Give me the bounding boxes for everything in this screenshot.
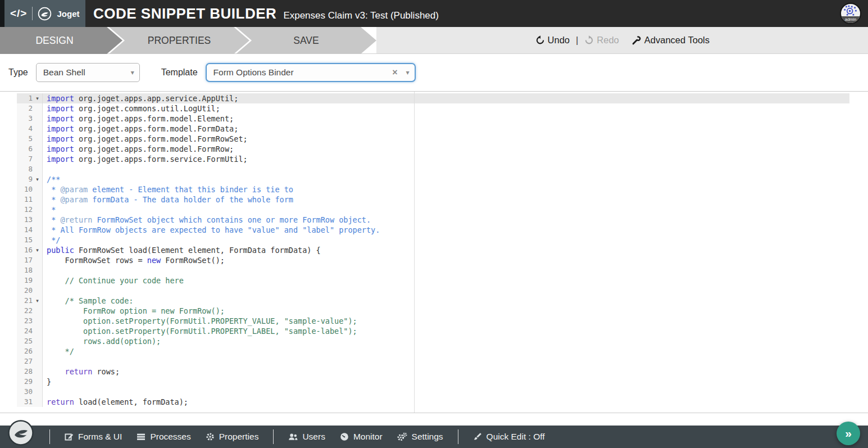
footer-item-quick-edit-off[interactable]: Quick Edit : Off [473, 432, 545, 442]
code-line[interactable]: 8 [17, 164, 849, 174]
code-line[interactable]: 14 * All FormRow objects are expected to… [17, 225, 849, 235]
code-line[interactable]: 10 * @param element - Element that this … [17, 184, 849, 194]
code-lines: 1▾import org.joget.apps.app.service.AppU… [0, 92, 868, 407]
fold-spacer [33, 377, 42, 387]
code-line[interactable]: 23 option.setProperty(FormUtil.PROPERTY_… [17, 316, 849, 326]
advanced-tools-button[interactable]: Advanced Tools [632, 35, 710, 46]
code-line[interactable]: 30 [17, 387, 849, 397]
tab-design[interactable]: DESIGN [0, 27, 122, 54]
type-select[interactable]: Bean Shell ▾ [36, 63, 140, 82]
avatar-label: admin [841, 16, 860, 23]
fold-arrow-icon[interactable]: ▾ [33, 296, 42, 306]
code-line[interactable]: 17 FormRowSet rows = new FormRowSet(); [17, 255, 849, 265]
line-gutter: 12 [17, 205, 43, 215]
code-text: * @param formData - The data holder of t… [43, 194, 849, 205]
properties-icon [206, 432, 215, 441]
code-text: option.setProperty(FormUtil.PROPERTY_LAB… [43, 326, 849, 336]
toolbar-actions: Undo | Redo Advanced Tools [376, 27, 868, 53]
redo-label: Redo [597, 35, 619, 46]
code-text [43, 286, 849, 296]
fold-spacer [33, 316, 42, 326]
avatar[interactable]: admin [840, 3, 861, 24]
code-line[interactable]: 31return load(element, formData); [17, 397, 849, 407]
template-select[interactable]: Form Options Binder × ▾ [206, 63, 416, 82]
line-number: 1 [17, 93, 33, 103]
fold-arrow-icon[interactable]: ▾ [33, 93, 42, 103]
line-number: 16 [17, 245, 33, 255]
code-line[interactable]: 16▾public FormRowSet load(Element elemen… [17, 245, 849, 255]
footer-item-users[interactable]: Users [288, 432, 325, 442]
line-gutter: 6 [17, 144, 43, 154]
code-text: import org.joget.apps.form.model.FormDat… [43, 124, 849, 134]
fold-arrow-icon[interactable]: ▾ [33, 245, 42, 255]
code-editor[interactable]: 1▾import org.joget.apps.app.service.AppU… [0, 91, 868, 413]
footer-item-settings[interactable]: Settings [397, 432, 443, 442]
code-text [43, 387, 849, 397]
code-text [43, 164, 849, 174]
processes-icon [137, 432, 146, 441]
footer-item-monitor[interactable]: Monitor [340, 432, 383, 442]
footer-item-forms-ui[interactable]: Forms & UI [65, 432, 122, 442]
footer-item-properties[interactable]: Properties [206, 432, 259, 442]
code-text: return load(element, formData); [43, 397, 849, 407]
code-line[interactable]: 13 * @return FormRowSet object which con… [17, 215, 849, 225]
line-number: 2 [17, 103, 33, 114]
code-line[interactable]: 4import org.joget.apps.form.model.FormDa… [17, 124, 849, 134]
line-gutter: 23 [17, 316, 43, 326]
tab-properties[interactable]: PROPERTIES [109, 27, 249, 54]
fold-arrow-icon[interactable]: ▾ [33, 174, 42, 184]
brand-name: Joget [57, 9, 79, 19]
code-line[interactable]: 6import org.joget.apps.form.model.FormRo… [17, 144, 849, 154]
quick-edit-icon [473, 432, 482, 441]
footer-item-processes[interactable]: Processes [137, 432, 190, 442]
tab-save[interactable]: SAVE [236, 27, 376, 54]
clear-icon[interactable]: × [392, 67, 397, 78]
line-gutter: 31 [17, 397, 43, 407]
code-line[interactable]: 29} [17, 377, 849, 387]
line-gutter: 10 [17, 184, 43, 194]
code-line[interactable]: 12 * [17, 205, 849, 215]
fold-spacer [33, 225, 42, 235]
code-line[interactable]: 27 [17, 356, 849, 366]
line-number: 26 [17, 346, 33, 356]
code-line[interactable]: 19 // Continue your code here [17, 275, 849, 286]
code-line[interactable]: 2import org.joget.commons.util.LogUtil; [17, 103, 849, 114]
page-subtitle: Expenses Claim v3: Test (Published) [283, 10, 439, 21]
code-line[interactable]: 18 [17, 265, 849, 275]
line-number: 6 [17, 144, 33, 154]
fold-spacer [33, 124, 42, 134]
code-text: * @param element - Element that this bin… [43, 184, 849, 194]
code-line[interactable]: 7import org.joget.apps.form.service.Form… [17, 154, 849, 164]
code-line[interactable]: 5import org.joget.apps.form.model.FormRo… [17, 134, 849, 144]
code-line[interactable]: 25 rows.add(option); [17, 336, 849, 346]
line-number: 22 [17, 306, 33, 316]
line-number: 3 [17, 114, 33, 124]
fold-spacer [33, 154, 42, 164]
expand-button[interactable]: » [837, 422, 860, 445]
code-line[interactable]: 26 */ [17, 346, 849, 356]
line-gutter: 7 [17, 154, 43, 164]
code-text: import org.joget.apps.form.model.Element… [43, 114, 849, 124]
fold-spacer [33, 194, 42, 205]
undo-button[interactable]: Undo [535, 35, 570, 46]
line-number: 10 [17, 184, 33, 194]
joget-logo-icon [8, 420, 34, 446]
code-line[interactable]: 3import org.joget.apps.form.model.Elemen… [17, 114, 849, 124]
line-number: 25 [17, 336, 33, 346]
footer-item-label: Users [302, 432, 325, 442]
code-line[interactable]: 11 * @param formData - The data holder o… [17, 194, 849, 205]
code-line[interactable]: 1▾import org.joget.apps.app.service.AppU… [17, 93, 849, 103]
code-text: // Continue your code here [43, 275, 849, 286]
code-line[interactable]: 9▾/** [17, 174, 849, 184]
code-line[interactable]: 15 */ [17, 235, 849, 245]
footer-separator [458, 429, 458, 444]
code-line[interactable]: 24 option.setProperty(FormUtil.PROPERTY_… [17, 326, 849, 336]
code-line[interactable]: 21▾ /* Sample code: [17, 296, 849, 306]
code-line[interactable]: 28 return rows; [17, 366, 849, 377]
redo-button[interactable]: Redo [584, 35, 619, 46]
footer-separator [273, 429, 274, 444]
line-gutter: 14 [17, 225, 43, 235]
code-line[interactable]: 22 FormRow option = new FormRow(); [17, 306, 849, 316]
line-gutter: 28 [17, 366, 43, 377]
code-line[interactable]: 20 [17, 286, 849, 296]
